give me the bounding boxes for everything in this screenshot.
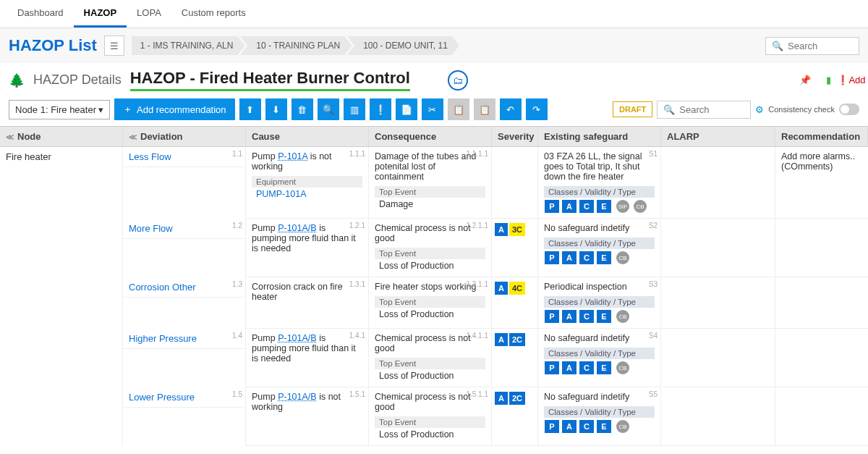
class-chip-p[interactable]: P: [544, 419, 560, 434]
col-node[interactable]: ≪Node: [0, 127, 123, 146]
toolbar-search-input[interactable]: [679, 104, 744, 115]
class-chip-c[interactable]: C: [579, 419, 595, 434]
class-chip-c[interactable]: C: [579, 251, 595, 265]
zoom-icon[interactable]: 🔍: [318, 98, 339, 120]
col-consequence[interactable]: Consequence: [369, 127, 492, 146]
recommendation-cell[interactable]: [775, 329, 868, 387]
tab-hazop[interactable]: HAZOP: [74, 0, 127, 28]
class-chip-a[interactable]: A: [561, 309, 577, 324]
redo-icon[interactable]: ↷: [526, 98, 548, 120]
cut-icon[interactable]: ✂: [422, 98, 443, 120]
class-chip-p[interactable]: P: [544, 199, 560, 214]
upload-icon[interactable]: ⬆: [239, 98, 261, 120]
deviation-link[interactable]: Higher Pressure: [129, 333, 197, 344]
classes-header: Classes / Validity / Type: [544, 348, 655, 359]
recommendation-cell[interactable]: [775, 277, 868, 328]
class-chip-a[interactable]: A: [561, 199, 577, 214]
toolbar-search[interactable]: 🔍: [657, 101, 751, 119]
equipment-link[interactable]: P-101A/B: [278, 392, 317, 402]
col-severity[interactable]: Severity: [492, 127, 538, 146]
equipment-link[interactable]: P-101A/B: [278, 223, 317, 233]
plus-icon: ＋: [123, 103, 132, 116]
severity-badge-value[interactable]: 2C: [509, 333, 525, 346]
col-alarp[interactable]: ALARP: [661, 127, 775, 146]
menu-button[interactable]: ☰: [104, 35, 124, 56]
tree-icon: 🌲: [9, 72, 25, 88]
class-chip-e[interactable]: E: [596, 419, 612, 434]
class-chip-e[interactable]: E: [596, 199, 612, 214]
deviation-link[interactable]: More Flow: [129, 223, 173, 234]
class-chip-e[interactable]: E: [596, 309, 612, 324]
class-chip-c[interactable]: C: [579, 361, 595, 375]
class-chip-e[interactable]: E: [596, 251, 612, 265]
node-select[interactable]: Node 1: Fire heater ▾: [9, 100, 110, 119]
paste2-icon: 📋: [474, 98, 495, 120]
tab-lopa[interactable]: LOPA: [127, 0, 171, 28]
node-cell[interactable]: Fire heater: [0, 147, 123, 446]
topevent-header: Top Event: [375, 248, 485, 259]
deviation-link[interactable]: Corrosion Other: [129, 282, 195, 293]
col-safeguard[interactable]: Existing safeguard: [538, 127, 661, 146]
deviation-link[interactable]: Less Flow: [129, 151, 171, 162]
info-icon[interactable]: ❕: [370, 98, 391, 120]
equipment-link[interactable]: P-101A/B: [278, 333, 317, 343]
class-chip-a[interactable]: A: [561, 419, 577, 434]
class-chip-p[interactable]: P: [544, 309, 560, 324]
recommendation-cell[interactable]: [775, 387, 868, 445]
consequence-index: 1.1.1.1: [466, 150, 488, 158]
recommendation-cell[interactable]: Add more alarms.. (COmments): [775, 147, 868, 218]
class-chip-e[interactable]: E: [596, 361, 612, 375]
equipment-link[interactable]: P-101A: [278, 151, 307, 161]
global-search-input[interactable]: [788, 41, 853, 51]
col-recommendation[interactable]: Recommendation: [775, 127, 868, 146]
global-search[interactable]: 🔍: [765, 37, 859, 55]
consistency-label: Consistency check: [768, 105, 835, 114]
severity-badge-value[interactable]: 4C: [509, 282, 525, 295]
class-chip-c[interactable]: C: [579, 199, 595, 214]
tab-custom-reports[interactable]: Custom reports: [171, 0, 256, 28]
shield-cb-icon[interactable]: CB: [616, 361, 629, 374]
tab-dashboard[interactable]: Dashboard: [7, 0, 74, 28]
grid-body: Fire heater Less Flow1.1Pump P-101A is n…: [0, 147, 868, 446]
class-chip-c[interactable]: C: [579, 309, 595, 324]
breadcrumbs: 1 - IMS TRAINING, ALN10 - TRAINING PLAN1…: [132, 36, 459, 55]
col-deviation[interactable]: ≪Deviation: [123, 127, 246, 146]
breadcrumb-item[interactable]: 100 - DEMO UNIT, 11: [347, 36, 459, 55]
shield-sif-icon[interactable]: SIF: [616, 200, 629, 213]
add-button[interactable]: ❗Add: [843, 72, 859, 88]
delete-icon[interactable]: 🗑: [292, 98, 313, 120]
breadcrumb-item[interactable]: 1 - IMS TRAINING, ALN: [132, 36, 244, 55]
severity-badge-value[interactable]: 3C: [509, 223, 525, 236]
severity-badge-a[interactable]: A: [495, 223, 508, 236]
recommendation-cell[interactable]: [775, 219, 868, 277]
class-chip-a[interactable]: A: [561, 361, 577, 375]
class-chip-p[interactable]: P: [544, 251, 560, 265]
deviation-index: 1.3: [232, 280, 242, 288]
shield-cb-icon[interactable]: CB: [616, 420, 629, 433]
undo-icon[interactable]: ↶: [500, 98, 522, 120]
pin-icon[interactable]: 📌: [797, 72, 813, 88]
severity-badge-a[interactable]: A: [495, 333, 508, 346]
breadcrumb-item[interactable]: 10 - TRAINING PLAN: [240, 36, 352, 55]
excel-icon[interactable]: ▮: [820, 72, 836, 88]
shield-cb-icon[interactable]: CB: [616, 310, 629, 323]
deviation-link[interactable]: Lower Pressure: [129, 392, 195, 403]
copy-icon[interactable]: 📄: [396, 98, 417, 120]
severity-badge-a[interactable]: A: [495, 282, 508, 295]
columns-icon[interactable]: ▥: [344, 98, 365, 120]
col-cause[interactable]: Cause: [246, 127, 369, 146]
classes-header: Classes / Validity / Type: [544, 296, 655, 308]
consistency-toggle[interactable]: [839, 104, 859, 115]
class-chip-a[interactable]: A: [561, 251, 577, 265]
shield-cb-icon[interactable]: CB: [634, 200, 647, 213]
download-icon[interactable]: ⬇: [265, 98, 287, 120]
add-recommendation-button[interactable]: ＋ Add recommendation: [114, 98, 235, 120]
safeguard-index: S5: [649, 390, 658, 398]
severity-badge-value[interactable]: 2C: [509, 392, 525, 405]
calendar-icon[interactable]: 🗂: [448, 70, 468, 91]
class-chip-p[interactable]: P: [544, 361, 560, 375]
equipment-link[interactable]: PUMP-101A: [256, 189, 306, 199]
gear-icon[interactable]: ⚙: [755, 104, 764, 115]
severity-badge-a[interactable]: A: [495, 392, 508, 405]
shield-cb-icon[interactable]: CB: [616, 251, 629, 264]
